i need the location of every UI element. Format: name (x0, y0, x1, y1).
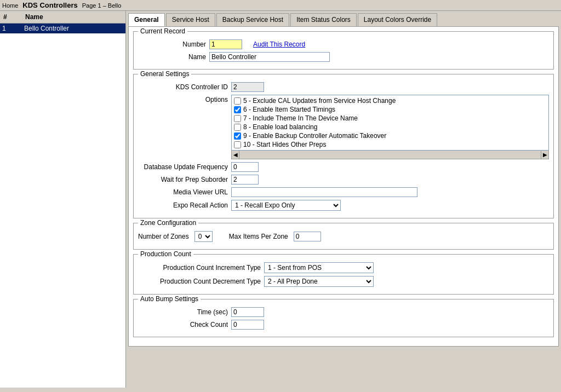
option-5: 5 - Exclude CAL Updates from Service Hos… (233, 96, 547, 105)
max-items-group: Max Items Per Zone (229, 232, 321, 241)
number-row: Number Audit This Record (138, 39, 549, 49)
increment-row: Production Count Increment Type 1 - Sent… (138, 262, 549, 273)
tab-general[interactable]: General (128, 13, 165, 26)
scroll-left-btn[interactable]: ◀ (232, 151, 239, 159)
name-row: Name (138, 52, 549, 62)
options-label: Options (138, 95, 231, 103)
time-label: Time (sec) (138, 308, 231, 316)
kds-id-input[interactable] (231, 82, 264, 92)
expo-recall-row: Expo Recall Action 1 - Recall Expo Only … (138, 200, 549, 211)
option-8-checkbox[interactable] (234, 124, 241, 131)
audit-link[interactable]: Audit This Record (253, 41, 305, 48)
list-item[interactable]: 1 Bello Controller (0, 24, 125, 33)
wait-prep-input[interactable] (231, 175, 259, 185)
decrement-row: Production Count Decrement Type 1 - Sent… (138, 276, 549, 287)
option-9-checkbox[interactable] (234, 132, 241, 140)
db-update-input[interactable] (231, 162, 259, 172)
top-bar: Home KDS Controllers Page 1 – Bello (0, 0, 561, 11)
zone-row: Number of Zones 0 1 2 3 4 Max Items Per … (138, 231, 549, 242)
kds-id-label: KDS Controller ID (138, 83, 231, 91)
db-update-row: Database Update Frequency (138, 162, 549, 172)
option-5-label: 5 - Exclude CAL Updates from Service Hos… (243, 97, 396, 105)
scroll-right-btn[interactable]: ▶ (541, 151, 548, 159)
main-layout: # Name 1 Bello Controller General Servic… (0, 11, 561, 388)
production-count-section: Production Count Production Count Increm… (133, 254, 554, 295)
max-items-input[interactable] (294, 232, 321, 241)
num-zones-label: Number of Zones (138, 233, 192, 240)
number-label: Number (138, 41, 209, 48)
check-count-input[interactable] (231, 320, 264, 330)
general-settings-legend: General Settings (138, 70, 191, 78)
option-6-checkbox[interactable] (234, 106, 241, 113)
scroll-track (239, 151, 541, 159)
num-zones-select[interactable]: 0 1 2 3 4 (194, 231, 213, 242)
col-name-header: Name (23, 12, 124, 22)
option-6-label: 6 - Enable Item Started Timings (243, 106, 335, 113)
list-header: # Name (0, 11, 125, 24)
tab-service-host[interactable]: Service Host (166, 13, 215, 26)
wait-prep-label: Wait for Prep Suborder (138, 176, 231, 183)
option-7-checkbox[interactable] (234, 115, 241, 122)
option-6: 6 - Enable Item Started Timings (233, 105, 547, 114)
option-9-label: 9 - Enable Backup Controller Automatic T… (243, 132, 386, 140)
option-9: 9 - Enable Backup Controller Automatic T… (233, 131, 547, 140)
db-update-label: Database Update Frequency (138, 163, 231, 171)
tab-layout-colors-override[interactable]: Layout Colors Override (358, 13, 437, 26)
col-num-header: # (1, 12, 23, 22)
option-5-checkbox[interactable] (234, 97, 241, 105)
left-panel: # Name 1 Bello Controller (0, 11, 126, 388)
check-count-label: Check Count (138, 321, 231, 328)
auto-bump-legend: Auto Bump Settings (138, 295, 201, 303)
options-list: 5 - Exclude CAL Updates from Service Hos… (231, 95, 549, 151)
page-label: Page 1 – Bello (82, 2, 122, 9)
decrement-label: Production Count Decrement Type (138, 278, 264, 285)
increment-label: Production Count Increment Type (138, 264, 264, 272)
decrement-select[interactable]: 1 - Sent from POS 2 - All Prep Done 3 - … (264, 276, 374, 287)
production-count-legend: Production Count (138, 250, 193, 258)
media-viewer-label: Media Viewer URL (138, 188, 231, 196)
name-input[interactable] (209, 52, 330, 62)
option-8-label: 8 - Enable load balancing (243, 123, 317, 131)
auto-bump-section: Auto Bump Settings Time (sec) Check Coun… (133, 299, 554, 337)
tab-item-status-colors[interactable]: Item Status Colors (290, 13, 357, 26)
options-row: Options 5 - Exclude CAL Updates from Ser… (138, 95, 549, 159)
wait-prep-row: Wait for Prep Suborder (138, 175, 549, 185)
media-viewer-input[interactable] (231, 187, 417, 197)
media-viewer-row: Media Viewer URL (138, 187, 549, 197)
list-item-name: Bello Controller (24, 25, 123, 32)
option-7-label: 7 - Include Theme In The Device Name (243, 114, 358, 122)
current-record-section: Current Record Number Audit This Record … (133, 31, 554, 70)
zone-config-section: Zone Configuration Number of Zones 0 1 2… (133, 223, 554, 250)
check-count-row: Check Count (138, 320, 549, 330)
option-10-label: 10 - Start Hides Other Preps (243, 141, 326, 148)
tab-backup-service-host[interactable]: Backup Service Host (216, 13, 289, 26)
hscroll-bar[interactable]: ◀ ▶ (231, 151, 549, 159)
time-input[interactable] (231, 307, 264, 317)
home-link[interactable]: Home (2, 2, 18, 9)
option-8: 8 - Enable load balancing (233, 123, 547, 131)
zone-config-legend: Zone Configuration (138, 219, 198, 227)
expo-recall-label: Expo Recall Action (138, 201, 231, 209)
option-10-checkbox[interactable] (234, 141, 241, 148)
tab-content-general: Current Record Number Audit This Record … (128, 26, 559, 347)
list-item-num: 1 (2, 25, 24, 32)
time-row: Time (sec) (138, 307, 549, 317)
max-items-label: Max Items Per Zone (229, 233, 291, 240)
number-input[interactable] (209, 39, 242, 49)
top-bar-title: KDS Controllers (22, 1, 77, 9)
current-record-legend: Current Record (138, 27, 187, 35)
right-panel: General Service Host Backup Service Host… (126, 11, 561, 388)
expo-recall-select[interactable]: 1 - Recall Expo Only 2 - Recall All 3 - … (231, 200, 341, 211)
num-zones-group: Number of Zones 0 1 2 3 4 (138, 231, 213, 242)
general-settings-section: General Settings KDS Controller ID Optio… (133, 74, 554, 218)
name-label: Name (138, 53, 209, 61)
tab-bar: General Service Host Backup Service Host… (128, 13, 559, 26)
kds-id-row: KDS Controller ID (138, 82, 549, 92)
option-10: 10 - Start Hides Other Preps (233, 140, 547, 149)
increment-select[interactable]: 1 - Sent from POS 2 - All Prep Done 3 - … (264, 262, 374, 273)
option-7: 7 - Include Theme In The Device Name (233, 114, 547, 123)
